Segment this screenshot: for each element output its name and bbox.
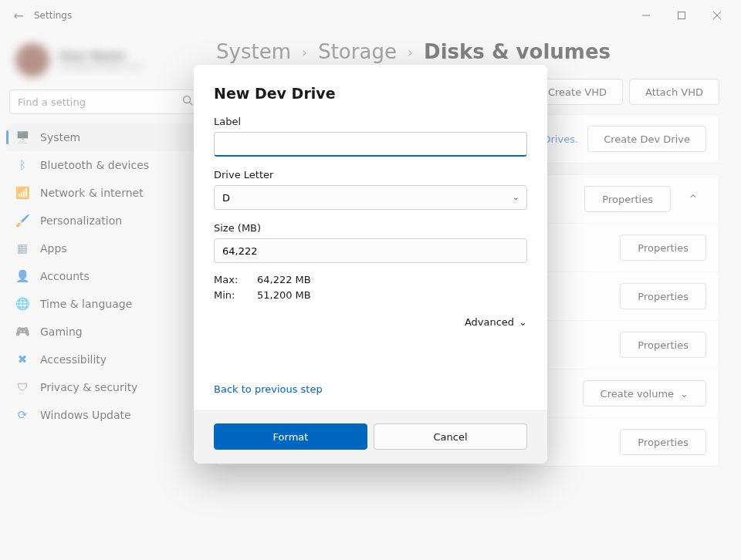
drive-letter-select[interactable]: D	[214, 185, 527, 210]
advanced-toggle[interactable]: Advanced ⌄	[214, 316, 527, 328]
drive-letter-label: Drive Letter	[214, 169, 527, 180]
chevron-down-icon: ⌄	[513, 192, 519, 202]
size-input[interactable]	[214, 238, 527, 263]
dialog-title: New Dev Drive	[214, 85, 527, 102]
max-value: 64,222 MB	[257, 274, 311, 285]
size-limits: Max: 64,222 MB Min: 51,200 MB	[214, 274, 527, 301]
label-input[interactable]	[214, 132, 527, 157]
min-label: Min:	[214, 289, 242, 301]
label-field-label: Label	[214, 116, 527, 127]
chevron-down-icon: ⌄	[519, 316, 527, 328]
dialog-footer: Format Cancel	[194, 410, 547, 464]
format-button[interactable]: Format	[214, 423, 367, 450]
new-dev-drive-dialog: New Dev Drive Label Drive Letter D ⌄ Siz…	[194, 65, 547, 464]
dialog-wrap: New Dev Drive Label Drive Letter D ⌄ Siz…	[0, 0, 741, 560]
max-label: Max:	[214, 274, 242, 285]
min-value: 51,200 MB	[257, 289, 311, 301]
back-to-previous-link[interactable]: Back to previous step	[214, 383, 323, 395]
size-label: Size (MB)	[214, 222, 527, 234]
cancel-button[interactable]: Cancel	[374, 423, 527, 450]
